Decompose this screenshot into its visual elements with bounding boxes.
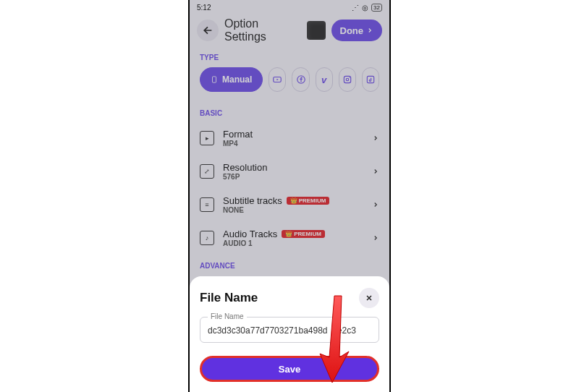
type-facebook[interactable]: [292, 67, 309, 92]
subtitle-icon: ≡: [200, 197, 214, 212]
chevron-right-icon: [372, 233, 379, 243]
row-audio[interactable]: ♪ Audio Tracks 👑 PREMIUM AUDIO 1: [190, 221, 389, 255]
type-manual[interactable]: Manual: [200, 67, 263, 92]
facebook-icon: [296, 74, 306, 85]
arrow-left-icon: [202, 25, 214, 36]
row-format-value: MP4: [223, 140, 363, 148]
filename-input[interactable]: [208, 325, 371, 336]
row-format-title: Format: [223, 129, 363, 140]
done-button[interactable]: Done: [331, 20, 383, 41]
basic-list: ▸ Format MP4 ⤢ Resolution 576P ≡ Subtitl…: [190, 122, 389, 255]
filename-field-wrap: File Name: [200, 317, 379, 343]
youtube-icon: [272, 74, 282, 85]
back-button[interactable]: [197, 20, 219, 41]
premium-label: PREMIUM: [299, 197, 326, 204]
wifi-icon: ⋰: [352, 4, 359, 12]
section-advance-label: ADVANCE: [190, 255, 389, 274]
chevron-right-icon: [372, 166, 379, 176]
row-format[interactable]: ▸ Format MP4: [190, 122, 389, 155]
section-type-label: TYPE: [190, 46, 389, 66]
row-subtitle-title: Subtitle tracks: [223, 195, 282, 206]
filename-label: File Name: [208, 312, 247, 320]
chevron-right-icon: [366, 27, 373, 34]
premium-badge: 👑 PREMIUM: [282, 230, 325, 238]
type-tiktok[interactable]: [362, 67, 379, 92]
svg-point-4: [346, 78, 349, 81]
type-vimeo[interactable]: v: [316, 67, 333, 92]
phone-icon: [211, 74, 218, 85]
premium-label: PREMIUM: [294, 231, 321, 237]
audio-icon: ♪: [200, 231, 214, 245]
row-resolution-value: 576P: [223, 173, 363, 181]
close-icon: [365, 294, 373, 302]
type-youtube[interactable]: [269, 67, 286, 92]
chevron-right-icon: [372, 133, 379, 143]
chevron-right-icon: [372, 200, 379, 210]
svg-rect-0: [213, 77, 216, 82]
phone-frame: 5:12 ⋰ ◎ 32 Option Settings Done TYPE Ma…: [188, 0, 391, 392]
type-instagram[interactable]: [339, 67, 356, 92]
format-icon: ▸: [200, 131, 214, 145]
vimeo-icon: v: [321, 74, 326, 85]
filename-sheet: File Name File Name Save: [190, 276, 389, 392]
row-subtitle[interactable]: ≡ Subtitle tracks 👑 PREMIUM NONE: [190, 188, 389, 221]
premium-badge: 👑 PREMIUM: [287, 197, 330, 205]
row-resolution[interactable]: ⤢ Resolution 576P: [190, 155, 389, 188]
row-audio-value: AUDIO 1: [223, 239, 363, 247]
row-resolution-title: Resolution: [223, 162, 363, 173]
status-right: ⋰ ◎ 32: [352, 4, 382, 12]
section-basic-label: BASIC: [190, 102, 389, 122]
row-subtitle-value: NONE: [223, 206, 363, 214]
svg-point-5: [349, 77, 350, 78]
save-label: Save: [279, 364, 300, 375]
page-title: Option Settings: [224, 17, 301, 43]
type-selector: Manual v: [190, 66, 389, 102]
close-button[interactable]: [359, 288, 379, 308]
row-audio-title: Audio Tracks: [223, 229, 277, 239]
ring-icon: ◎: [362, 4, 368, 12]
app-header: Option Settings Done: [190, 14, 389, 46]
resolution-icon: ⤢: [200, 164, 214, 179]
status-bar: 5:12 ⋰ ◎ 32: [190, 0, 389, 14]
done-label: Done: [340, 25, 364, 36]
tiktok-icon: [365, 74, 376, 85]
type-manual-label: Manual: [222, 74, 252, 85]
status-time: 5:12: [197, 4, 211, 12]
preview-thumbnail[interactable]: [307, 21, 326, 40]
instagram-icon: [342, 74, 352, 85]
battery-icon: 32: [371, 4, 382, 12]
save-button[interactable]: Save: [200, 356, 379, 382]
sheet-title: File Name: [200, 291, 258, 305]
